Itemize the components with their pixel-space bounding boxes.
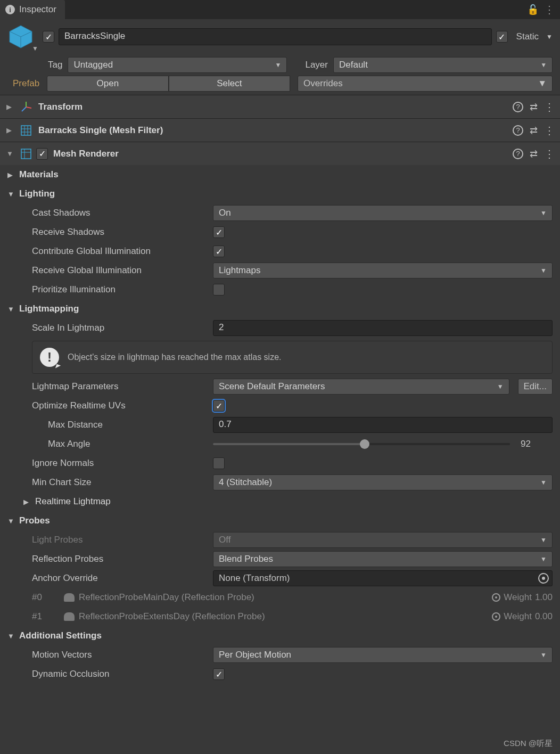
foldout-arrow-icon[interactable]: ▼ <box>7 190 19 198</box>
motion-vectors-label: Motion Vectors <box>32 650 213 660</box>
probe-weight-label: Weight <box>504 611 532 622</box>
component-menu-icon[interactable]: ⋮ <box>544 124 554 137</box>
lighting-section[interactable]: ▼ Lighting <box>0 184 560 203</box>
motion-vectors-value: Per Object Motion <box>219 650 291 660</box>
dynamic-occlusion-row: Dynamic Occlusion <box>0 665 560 684</box>
light-probes-dropdown: Off ▼ <box>213 532 553 548</box>
layer-dropdown[interactable]: Default ▼ <box>333 57 553 73</box>
reflection-probes-row: Reflection Probes Blend Probes ▼ <box>0 550 560 569</box>
prioritize-illumination-checkbox[interactable] <box>213 284 225 296</box>
info-icon: i <box>5 5 15 14</box>
foldout-arrow-icon[interactable]: ▶ <box>7 171 19 179</box>
chevron-down-icon: ▼ <box>275 61 282 69</box>
dynamic-occlusion-checkbox[interactable] <box>213 668 225 680</box>
tab-bar: i Inspector 🔓 ⋮ <box>0 0 560 19</box>
watermark: CSDN @听星 <box>504 739 553 749</box>
chevron-down-icon: ▼ <box>540 651 547 659</box>
lightmap-parameters-dropdown[interactable]: Scene Default Parameters ▼ <box>213 379 509 395</box>
realtime-lightmap-section[interactable]: ▶ Realtime Lightmap <box>0 492 560 511</box>
scale-in-lightmap-label: Scale In Lightmap <box>32 323 213 333</box>
meshrenderer-enabled-checkbox[interactable] <box>36 148 48 160</box>
receive-shadows-checkbox[interactable] <box>213 226 225 238</box>
probes-section[interactable]: ▼ Probes <box>0 511 560 530</box>
additional-settings-label: Additional Settings <box>19 630 102 641</box>
lock-icon[interactable]: 🔓 <box>527 4 544 15</box>
min-chart-size-label: Min Chart Size <box>32 477 213 488</box>
max-distance-input[interactable]: 0.7 <box>213 417 553 433</box>
prefab-open-button[interactable]: Open <box>47 76 168 92</box>
cast-shadows-dropdown[interactable]: On ▼ <box>213 205 553 221</box>
max-angle-value[interactable]: 92 <box>515 439 553 449</box>
anchor-override-field[interactable]: None (Transform) <box>213 570 553 586</box>
foldout-arrow-icon[interactable]: ▼ <box>7 305 19 313</box>
preset-icon[interactable]: ⇄ <box>530 101 538 113</box>
active-checkbox[interactable] <box>43 31 54 43</box>
foldout-arrow-icon[interactable]: ▼ <box>6 150 14 158</box>
component-menu-icon[interactable]: ⋮ <box>544 147 554 160</box>
inspector-tab[interactable]: i Inspector <box>0 0 65 19</box>
max-distance-label: Max Distance <box>48 420 213 430</box>
anchor-override-value: None (Transform) <box>219 573 290 584</box>
contribute-gi-row: Contribute Global Illumination <box>0 242 560 261</box>
additional-settings-section[interactable]: ▼ Additional Settings <box>0 626 560 645</box>
probe-row-0: #0 ReflectionProbeMainDay (Reflection Pr… <box>0 588 560 607</box>
object-picker-icon[interactable] <box>538 573 549 584</box>
target-icon <box>492 593 500 602</box>
light-probes-value: Off <box>219 535 230 545</box>
foldout-arrow-icon[interactable]: ▼ <box>7 517 19 525</box>
component-menu-icon[interactable]: ⋮ <box>544 101 554 113</box>
svg-line-4 <box>22 107 26 111</box>
help-icon[interactable]: ? <box>513 102 523 112</box>
lightmap-parameters-row: Lightmap Parameters Scene Default Parame… <box>0 377 560 396</box>
transform-icon <box>19 101 33 113</box>
contribute-gi-checkbox[interactable] <box>213 245 225 257</box>
foldout-arrow-icon[interactable]: ▼ <box>7 632 19 640</box>
probe-name[interactable]: ReflectionProbeMainDay (Reflection Probe… <box>79 592 492 603</box>
scale-in-lightmap-input[interactable]: 2 <box>213 320 553 336</box>
prefab-label: Prefab <box>13 78 39 89</box>
receive-shadows-row: Receive Shadows <box>0 223 560 242</box>
chevron-down-icon: ▼ <box>540 61 547 69</box>
static-checkbox[interactable] <box>496 31 508 43</box>
kebab-menu-icon[interactable]: ⋮ <box>544 3 560 16</box>
prefab-cube-icon[interactable]: ▼ <box>7 23 34 50</box>
optimize-realtime-uvs-checkbox[interactable] <box>213 400 225 412</box>
max-distance-row: Max Distance 0.7 <box>0 415 560 435</box>
cast-shadows-row: Cast Shadows On ▼ <box>0 203 560 223</box>
anchor-override-label: Anchor Override <box>32 573 213 584</box>
meshfilter-component-header[interactable]: ▶ Barracks Single (Mesh Filter) ? ⇄ ⋮ <box>0 118 560 142</box>
transform-component-header[interactable]: ▶ Transform ? ⇄ ⋮ <box>0 95 560 118</box>
overrides-label: Overrides <box>303 78 343 89</box>
preset-icon[interactable]: ⇄ <box>530 125 538 136</box>
lighting-label: Lighting <box>19 188 55 199</box>
lightmapping-section[interactable]: ▼ Lightmapping <box>0 299 560 318</box>
help-icon[interactable]: ? <box>513 125 523 136</box>
foldout-arrow-icon[interactable]: ▶ <box>6 103 14 111</box>
static-dropdown-icon[interactable]: ▼ <box>546 33 553 40</box>
probe-weight-label: Weight <box>504 592 532 603</box>
foldout-arrow-icon[interactable]: ▶ <box>6 126 14 134</box>
lightmap-parameters-edit-button[interactable]: Edit... <box>518 379 553 395</box>
warning-text: Object's size in lightmap has reached th… <box>68 353 281 362</box>
gameobject-header: ▼ BarracksSingle Static ▼ <box>0 19 560 55</box>
tag-dropdown[interactable]: Untagged ▼ <box>68 57 287 73</box>
prefab-row: Prefab Open Select Overrides ▼ <box>0 75 560 95</box>
receive-gi-dropdown[interactable]: Lightmaps ▼ <box>213 263 553 278</box>
prefab-select-button[interactable]: Select <box>169 76 290 92</box>
prefab-overrides-dropdown[interactable]: Overrides ▼ <box>298 76 553 92</box>
motion-vectors-dropdown[interactable]: Per Object Motion ▼ <box>213 647 553 663</box>
meshrenderer-component-header[interactable]: ▼ Mesh Renderer ? ⇄ ⋮ <box>0 142 560 165</box>
gameobject-name-input[interactable]: BarracksSingle <box>59 28 492 45</box>
probe-name[interactable]: ReflectionProbeExtentsDay (Reflection Pr… <box>79 611 492 622</box>
preset-icon[interactable]: ⇄ <box>530 148 538 160</box>
materials-section[interactable]: ▶ Materials <box>0 165 560 184</box>
max-angle-slider[interactable] <box>213 443 510 445</box>
anchor-override-row: Anchor Override None (Transform) <box>0 569 560 588</box>
foldout-arrow-icon[interactable]: ▶ <box>23 498 35 506</box>
reflection-probes-label: Reflection Probes <box>32 554 213 564</box>
help-icon[interactable]: ? <box>513 149 523 159</box>
min-chart-size-dropdown[interactable]: 4 (Stitchable) ▼ <box>213 474 553 490</box>
reflection-probes-dropdown[interactable]: Blend Probes ▼ <box>213 551 553 567</box>
ignore-normals-checkbox[interactable] <box>213 457 225 469</box>
svg-rect-10 <box>21 149 31 159</box>
